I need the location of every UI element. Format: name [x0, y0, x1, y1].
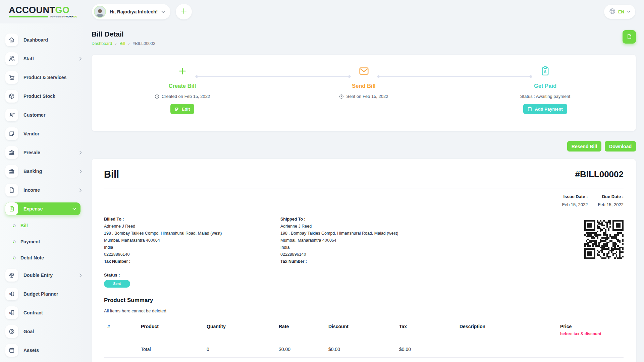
- step-label: Send Bill: [352, 83, 376, 89]
- quick-add-button[interactable]: [176, 4, 192, 19]
- document-icon: [626, 34, 632, 41]
- user-menu[interactable]: Hi, Rajodiya Infotech!: [92, 4, 170, 19]
- coins-icon: $: [5, 288, 18, 300]
- divider: [104, 188, 624, 188]
- bank-icon: [5, 165, 18, 178]
- sidebar-item-staff[interactable]: Staff: [5, 52, 82, 65]
- target-icon: [5, 325, 18, 338]
- sidebar-item-dashboard[interactable]: Dashboard: [5, 34, 82, 46]
- topbar: ACCOUNTGO Powered By WORKDO Hi, Rajodiya…: [0, 0, 644, 23]
- bill-number: #BILL00002: [575, 169, 624, 180]
- step-get-paid: $ Get Paid Status : Awaiting payment Add…: [454, 55, 636, 131]
- chevron-down-icon: [161, 11, 165, 13]
- receipt-dollar-icon: $: [541, 65, 550, 77]
- table-header-row: # Product Quantity Rate Discount Tax Des…: [104, 319, 624, 341]
- chevron-right-icon: [79, 57, 82, 61]
- subtotal-row: Sub Total $0.00: [104, 358, 624, 362]
- bullet-icon: [12, 256, 16, 260]
- language-code: EN: [618, 9, 624, 14]
- issue-date: Issue Date : Feb 15, 2022: [562, 194, 588, 207]
- bill-addresses: Billed To : Adrienne J Reed 198 , Bombay…: [104, 216, 624, 265]
- bill-actions: Resend Bill Download: [92, 141, 636, 152]
- globe-icon: [609, 8, 615, 16]
- chevron-down-icon: [72, 208, 76, 210]
- product-summary-title: Product Summary: [104, 297, 624, 304]
- sidebar-item-assets[interactable]: Assets: [5, 344, 82, 357]
- shipped-to-block: Shipped To : Adrienne J Reed 198 , Bomba…: [280, 216, 425, 265]
- breadcrumb-dashboard[interactable]: Dashboard: [92, 41, 112, 46]
- chevron-down-icon: [627, 11, 630, 13]
- brand-name: ACCOUNTGO: [9, 5, 77, 15]
- breadcrumb-separator: ›: [115, 42, 116, 45]
- clipboard-icon: [528, 107, 532, 111]
- step-detail: Created on Feb 15, 2022: [155, 94, 210, 99]
- bill-dates: Issue Date : Feb 15, 2022 Due Date : Feb…: [104, 194, 624, 207]
- due-date: Due Date : Feb 15, 2022: [598, 194, 624, 207]
- logo-underline: [9, 16, 48, 17]
- page-title: Bill Detail: [92, 30, 155, 38]
- bill-progress-card: Create Bill Created on Feb 15, 2022 Edit: [92, 55, 636, 131]
- users-icon: [5, 52, 18, 65]
- bullet-icon: [12, 224, 16, 228]
- sidebar: Dashboard Staff Product & Services Produ…: [0, 23, 87, 362]
- accountgo-app: ACCOUNTGO Powered By WORKDO Hi, Rajodiya…: [0, 0, 644, 362]
- bullet-icon: [12, 240, 16, 244]
- breadcrumb-separator: ›: [128, 42, 129, 45]
- sidebar-item-double-entry[interactable]: Double Entry: [5, 269, 82, 282]
- bill-title: Bill: [104, 169, 119, 180]
- step-connector: [378, 76, 531, 77]
- board-icon: [5, 344, 18, 357]
- contract-icon: $: [5, 306, 18, 319]
- step-detail: Status : Awaiting payment: [520, 94, 570, 99]
- package-icon: [5, 90, 18, 103]
- chevron-right-icon: [79, 188, 82, 192]
- note-icon: [5, 127, 18, 140]
- breadcrumb-current: #BILL00002: [133, 41, 155, 46]
- sidebar-item-vendor[interactable]: Vendor: [5, 127, 82, 140]
- chevron-right-icon: [79, 170, 82, 173]
- sidebar-subitem-payment[interactable]: Payment: [13, 237, 87, 247]
- resend-bill-button[interactable]: Resend Bill: [567, 141, 601, 152]
- product-summary-note: All items here cannot be deleted.: [104, 308, 624, 313]
- plus-icon: [178, 65, 187, 77]
- breadcrumb: Dashboard › Bill › #BILL00002: [92, 41, 155, 46]
- chevron-right-icon: [79, 151, 82, 155]
- edit-button[interactable]: Edit: [170, 104, 195, 114]
- sidebar-item-expense[interactable]: $ Expense: [5, 202, 80, 215]
- bill-document-card: Bill #BILL00002 Issue Date : Feb 15, 202…: [92, 159, 636, 362]
- bank-icon: [5, 146, 18, 159]
- clock-icon: [339, 94, 344, 99]
- sidebar-item-goal[interactable]: Goal: [5, 325, 82, 338]
- sidebar-subitem-debit-note[interactable]: Debit Note: [13, 253, 87, 263]
- sidebar-item-customer[interactable]: Customer: [5, 109, 82, 121]
- new-document-button[interactable]: [623, 30, 636, 44]
- sidebar-item-income[interactable]: Income: [5, 184, 82, 196]
- shopping-cart-icon: [5, 71, 18, 84]
- sidebar-item-contract[interactable]: $ Contract: [5, 306, 82, 319]
- breadcrumb-bill[interactable]: Bill: [120, 41, 125, 46]
- sidebar-item-presale[interactable]: Presale: [5, 146, 82, 159]
- table-total-row: Total 0 $0.00 $0.00 $0.00: [104, 341, 624, 358]
- language-selector[interactable]: EN: [604, 5, 635, 19]
- powered-by-tagline: Powered By WORKDO: [50, 15, 77, 18]
- add-payment-button[interactable]: Add Payment: [523, 104, 567, 114]
- user-plus-icon: [5, 109, 18, 121]
- step-create-bill: Create Bill Created on Feb 15, 2022 Edit: [92, 55, 273, 131]
- billed-to-block: Billed To : Adrienne J Reed 198 , Bombay…: [104, 216, 248, 265]
- home-icon: [5, 34, 18, 46]
- step-send-bill: Send Bill Sent on Feb 15, 2022: [273, 55, 454, 131]
- sidebar-subitem-bill[interactable]: Bill: [13, 221, 87, 231]
- sidebar-item-product-stock[interactable]: Product Stock: [5, 90, 82, 103]
- sidebar-item-banking[interactable]: Banking: [5, 165, 82, 178]
- step-connector: [196, 76, 350, 77]
- sidebar-item-product-services[interactable]: Product & Services: [5, 71, 82, 84]
- clipboard-dollar-icon: $: [5, 202, 18, 215]
- brand-logo[interactable]: ACCOUNTGO Powered By WORKDO: [9, 5, 77, 18]
- bill-status: Status : Sent: [104, 273, 624, 288]
- qr-code: [584, 220, 624, 259]
- price-note: before tax & discount: [560, 331, 620, 336]
- sidebar-item-budget-planner[interactable]: $ Budget Planner: [5, 288, 82, 300]
- svg-text:$: $: [11, 208, 13, 211]
- step-detail: Sent on Feb 15, 2022: [339, 94, 388, 99]
- download-button[interactable]: Download: [605, 141, 636, 152]
